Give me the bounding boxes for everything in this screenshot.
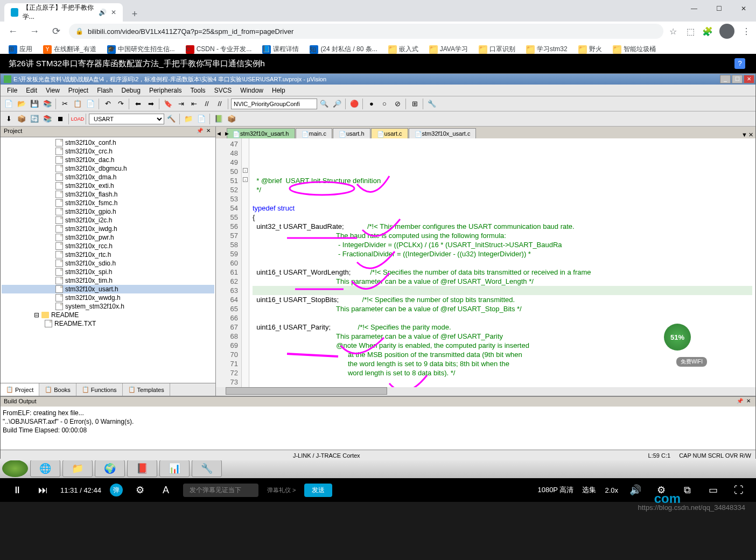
nav-forward-icon[interactable]: ➡ — [145, 98, 157, 110]
bookmark-item[interactable]: 📁智能垃圾桶 — [608, 43, 660, 56]
close-button[interactable]: ✕ — [731, 0, 756, 17]
tree-folder-readme[interactable]: ⊟README — [2, 311, 214, 319]
editor-dropdown-icon[interactable]: ▼ — [741, 131, 747, 138]
build-output-content[interactable]: FromELF: creating hex file..."..\OBJ\USA… — [1, 407, 755, 437]
bookmark-item[interactable]: 知(24 封私信 / 80 条... — [305, 43, 381, 56]
url-input[interactable]: 🔒 bilibili.com/video/BV1Lx411Z7Qa?p=25&s… — [69, 24, 663, 39]
bookmark-item[interactable]: 🎓中国研究生招生信... — [103, 43, 179, 56]
nav-back-icon[interactable]: ⬅ — [132, 98, 144, 110]
bookmark-item[interactable]: ⊞应用 — [4, 43, 37, 56]
disable-bp-icon[interactable]: ○ — [379, 98, 390, 110]
wifi-badge[interactable]: 免费WIFI — [676, 357, 707, 367]
cut-icon[interactable]: ✂ — [59, 98, 71, 110]
editor-tab[interactable]: 📄usart.h — [333, 128, 370, 138]
target-select[interactable]: USART — [89, 114, 164, 124]
profile-avatar[interactable] — [719, 24, 734, 39]
start-button[interactable] — [2, 460, 28, 477]
uvision-minimize[interactable]: _ — [720, 75, 731, 83]
translate-icon[interactable]: ⬇ — [3, 113, 15, 125]
audio-icon[interactable]: 🔊 — [99, 9, 107, 16]
build-close-icon[interactable]: ✕ — [745, 398, 752, 405]
reload-button[interactable]: ⟳ — [47, 23, 65, 40]
tree-file-item[interactable]: stm32f10x_rtc.h — [2, 250, 214, 259]
menu-flash[interactable]: Flash — [93, 86, 117, 95]
tree-file-item[interactable]: stm32f10x_sdio.h — [2, 259, 214, 268]
menu-peripherals[interactable]: Peripherals — [145, 86, 186, 95]
tab-close-icon[interactable]: ✕ — [111, 9, 116, 16]
taskbar-app-1[interactable]: 🌐 — [30, 460, 60, 477]
chrome-menu-icon[interactable]: ⋮ — [741, 26, 752, 37]
danmu-input[interactable]: 发个弹幕见证当下 — [183, 484, 258, 497]
save-icon[interactable]: 💾 — [29, 98, 40, 110]
back-button[interactable]: ← — [4, 23, 22, 40]
redo-icon[interactable]: ↷ — [115, 98, 127, 110]
taskbar-ie[interactable]: 🌍 — [95, 460, 125, 477]
danmu-settings-icon[interactable]: ⚙ — [131, 481, 149, 499]
tree-file-item[interactable]: stm32f10x_dbgmcu.h — [2, 164, 214, 173]
new-file-icon[interactable]: 📄 — [3, 98, 15, 110]
indent-icon[interactable]: ⇥ — [175, 98, 187, 110]
help-badge[interactable]: ? — [734, 58, 745, 69]
menu-view[interactable]: View — [41, 86, 64, 95]
fullscreen-icon[interactable]: ⛶ — [730, 481, 747, 499]
forward-button[interactable]: → — [26, 23, 43, 40]
project-tree[interactable]: stm32f10x_conf.hstm32f10x_crc.hstm32f10x… — [1, 137, 215, 383]
project-tab-books[interactable]: 📋Books — [39, 383, 76, 396]
kill-bp-icon[interactable]: ⊘ — [391, 98, 403, 110]
bookmark-item[interactable]: Y在线翻译_有道 — [39, 43, 101, 56]
scroll-thumb[interactable] — [226, 387, 387, 395]
uncomment-icon[interactable]: // — [214, 98, 226, 110]
build-pin-icon[interactable]: 📌 — [736, 398, 744, 405]
extensions-menu-icon[interactable]: 🧩 — [702, 26, 713, 37]
theater-icon[interactable]: ▭ — [704, 481, 722, 499]
batch-build-icon[interactable]: 📚 — [41, 113, 53, 125]
volume-icon[interactable]: 🔊 — [627, 481, 644, 499]
editor-tab[interactable]: 📄stm32f10x_usart.c — [409, 128, 477, 138]
quality-selector[interactable]: 1080P 高清 — [537, 485, 573, 495]
danmu-toggle[interactable]: 弹 — [110, 484, 123, 496]
project-tab-project[interactable]: 📋Project — [1, 383, 39, 396]
project-tab-functions[interactable]: 📋Functions — [76, 383, 123, 396]
find-in-files-icon[interactable]: 🔎 — [331, 98, 343, 110]
debug-icon[interactable]: 🔴 — [348, 98, 360, 110]
bookmark-item[interactable]: CCSDN - 专业开发... — [181, 43, 256, 56]
episodes-button[interactable]: 选集 — [582, 485, 596, 495]
fold-column[interactable]: --- — [242, 138, 249, 387]
bookmark-icon[interactable]: 🔖 — [162, 98, 174, 110]
menu-file[interactable]: File — [3, 86, 22, 95]
tree-file-item[interactable]: stm32f10x_rcc.h — [2, 242, 214, 250]
window-icon[interactable]: ⊞ — [409, 98, 421, 110]
file-ext-icon[interactable]: 📄 — [195, 113, 207, 125]
editor-tab[interactable]: 📄stm32f10x_usart.h — [227, 128, 295, 138]
taskbar-pdf[interactable]: 📕 — [127, 460, 157, 477]
editor-tab[interactable]: 📄main.c — [296, 128, 332, 138]
stop-build-icon[interactable]: ⏹ — [54, 113, 66, 125]
menu-tools[interactable]: Tools — [186, 86, 210, 95]
save-all-icon[interactable]: 📚 — [41, 98, 53, 110]
font-icon[interactable]: A — [157, 481, 174, 499]
extension-icon[interactable]: ⬚ — [685, 26, 696, 37]
rebuild-icon[interactable]: 🔄 — [29, 113, 40, 125]
pip-icon[interactable]: ⧉ — [678, 481, 696, 499]
tree-file-item[interactable]: stm32f10x_conf.h — [2, 138, 214, 147]
download-icon[interactable]: LOAD — [72, 113, 83, 125]
copy-icon[interactable]: 📋 — [72, 98, 83, 110]
tree-file-item[interactable]: stm32f10x_tim.h — [2, 276, 214, 285]
tree-file-item[interactable]: stm32f10x_crc.h — [2, 147, 214, 156]
taskbar-ppt[interactable]: 📊 — [159, 460, 190, 477]
tree-file-item[interactable]: stm32f10x_gpio.h — [2, 207, 214, 216]
tree-file-item[interactable]: stm32f10x_i2c.h — [2, 216, 214, 225]
tree-file-item[interactable]: stm32f10x_dma.h — [2, 173, 214, 181]
tree-file-item[interactable]: stm32f10x_flash.h — [2, 190, 214, 199]
uvision-close[interactable]: ✕ — [744, 75, 754, 83]
editor-h-scrollbar[interactable] — [216, 387, 755, 396]
find-icon[interactable]: 🔍 — [318, 98, 330, 110]
manage-icon[interactable]: 📁 — [183, 113, 194, 125]
bookmark-item[interactable]: 📁口罩识别 — [474, 43, 520, 56]
bookmark-item[interactable]: 📁嵌入式 — [384, 43, 423, 56]
configure-icon[interactable]: 🔧 — [426, 98, 438, 110]
build-icon[interactable]: 📦 — [16, 113, 27, 125]
comment-icon[interactable]: // — [201, 98, 213, 110]
open-file-icon[interactable]: 📂 — [16, 98, 27, 110]
progress-badge[interactable]: 51% — [664, 324, 691, 351]
